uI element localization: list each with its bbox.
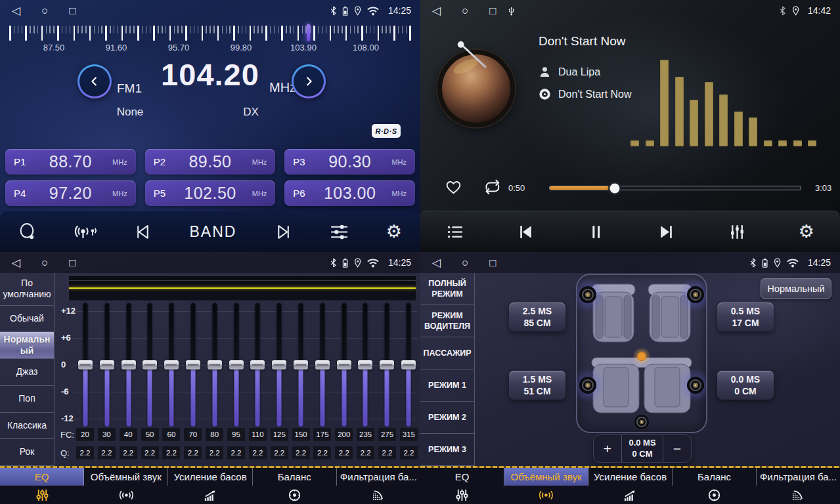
pause-icon[interactable] (586, 222, 606, 242)
tab-balance[interactable]: Баланс (673, 468, 757, 486)
eq-preset-item[interactable]: Обычай (0, 306, 54, 333)
eq-band-slider[interactable] (184, 303, 202, 427)
progress-knob[interactable] (610, 183, 620, 193)
slider-handle[interactable] (143, 360, 157, 369)
tab-surround-sound[interactable]: Объёмный звук (84, 468, 168, 486)
front-left-delay-button[interactable]: 2.5 MS 85 CM (509, 303, 565, 331)
eq-preset-item[interactable]: Классика (0, 413, 54, 440)
equalizer-settings-icon[interactable] (727, 222, 747, 242)
surround-sound-icon[interactable] (504, 486, 588, 504)
slider-handle[interactable] (78, 360, 93, 369)
tab-eq-sliders[interactable]: EQ (0, 468, 84, 486)
home-icon[interactable]: ○ (41, 257, 48, 268)
eq-band-slider[interactable] (378, 303, 396, 427)
tab-eq-sliders[interactable]: EQ (420, 468, 504, 486)
eq-band-slider[interactable] (313, 303, 332, 427)
next-track-icon[interactable] (273, 222, 292, 242)
home-icon[interactable]: ○ (462, 5, 468, 16)
preset-button-p6[interactable]: P6103.00MHz (284, 180, 415, 206)
slider-handle[interactable] (401, 360, 416, 369)
sound-profile-button[interactable]: Нормальный (761, 278, 831, 299)
slider-handle[interactable] (294, 360, 308, 369)
band-button[interactable]: BAND (189, 223, 236, 241)
prev-track-icon[interactable] (516, 222, 535, 242)
eq-band-slider[interactable] (76, 303, 95, 427)
subwoofer-filter-icon[interactable] (756, 486, 840, 504)
tab-balance[interactable]: Баланс (253, 468, 337, 486)
slider-handle[interactable] (337, 360, 351, 369)
eq-preset-item[interactable]: Поп (0, 386, 54, 413)
back-icon[interactable]: ◁ (432, 257, 441, 268)
eq-band-slider[interactable] (356, 303, 374, 427)
broadcast-scan-icon[interactable] (74, 222, 97, 242)
soundfield-mode-item[interactable]: РЕЖИМ 1 (420, 369, 474, 402)
slider-handle[interactable] (229, 360, 244, 369)
slider-handle[interactable] (380, 360, 394, 369)
eq-sliders-icon[interactable] (0, 486, 84, 504)
eq-band-slider[interactable] (227, 303, 246, 427)
preset-button-p4[interactable]: P497.20MHz (5, 180, 136, 206)
eq-preset-item[interactable]: Рок (0, 439, 54, 466)
slider-handle[interactable] (358, 360, 372, 369)
subwoofer-filter-icon[interactable] (336, 486, 420, 504)
slider-handle[interactable] (208, 360, 222, 369)
eq-band-slider[interactable] (141, 303, 159, 427)
soundfield-mode-item[interactable]: ПОЛНЫЙ РЕЖИМ (420, 273, 474, 305)
eq-preset-item[interactable]: По умолчанию (0, 273, 54, 306)
rear-right-delay-button[interactable]: 0.0 MS 0 CM (717, 371, 774, 400)
slider-handle[interactable] (164, 360, 179, 369)
tab-bass-boost[interactable]: Усиление басов (588, 468, 673, 486)
next-station-button[interactable] (292, 64, 326, 98)
tab-surround-sound[interactable]: Объёмный звук (504, 468, 588, 486)
decrease-delay-button[interactable]: − (663, 435, 691, 462)
eq-sliders-icon[interactable] (420, 486, 504, 504)
preset-button-p2[interactable]: P289.50MHz (145, 149, 276, 175)
repeat-icon[interactable] (483, 178, 502, 196)
balance-icon[interactable] (252, 486, 336, 504)
frequency-scale[interactable]: 87.5091.6095.7099.80103.90108.00 (0, 22, 420, 54)
home-icon[interactable]: ○ (41, 5, 48, 16)
favorite-heart-icon[interactable] (444, 178, 463, 196)
rear-left-delay-button[interactable]: 1.5 MS 51 CM (509, 371, 565, 400)
preset-button-p3[interactable]: P390.30MHz (284, 149, 415, 175)
balance-icon[interactable] (672, 486, 756, 504)
tab-bass-boost[interactable]: Усиление басов (168, 468, 252, 486)
next-track-icon[interactable] (657, 222, 676, 242)
slider-handle[interactable] (186, 360, 200, 369)
soundfield-mode-item[interactable]: РЕЖИМ 2 (420, 402, 474, 434)
eq-band-slider[interactable] (162, 303, 181, 427)
eq-band-slider[interactable] (248, 303, 267, 427)
eq-band-slider[interactable] (98, 303, 116, 427)
eq-band-slider[interactable] (399, 303, 418, 427)
slider-handle[interactable] (250, 360, 265, 369)
eq-band-slider[interactable] (120, 303, 138, 427)
tab-subwoofer-filter[interactable]: Фильтрация ба... (757, 468, 840, 486)
preset-button-p5[interactable]: P5102.50MHz (145, 180, 276, 206)
slider-handle[interactable] (315, 360, 330, 369)
tab-subwoofer-filter[interactable]: Фильтрация ба... (337, 468, 420, 486)
recents-icon[interactable]: □ (489, 5, 496, 16)
seek-mode[interactable]: DX (231, 106, 271, 119)
settings-gear-icon[interactable]: ⚙ (386, 223, 402, 241)
recents-icon[interactable]: □ (489, 257, 496, 268)
eq-band-slider[interactable] (335, 303, 353, 427)
eq-band-slider[interactable] (206, 303, 224, 427)
progress-bar[interactable] (549, 186, 801, 190)
soundfield-mode-item[interactable]: РЕЖИМ ВОДИТЕЛЯ (420, 305, 474, 337)
eq-preset-item[interactable]: Джаз (0, 359, 54, 386)
increase-delay-button[interactable]: + (594, 435, 621, 462)
eq-preset-item[interactable]: Нормальный (0, 332, 54, 359)
soundfield-mode-item[interactable]: ПАССАЖИР (420, 337, 474, 369)
home-icon[interactable]: ○ (462, 257, 468, 268)
front-right-delay-button[interactable]: 0.5 MS 17 CM (717, 303, 774, 331)
tune-search-icon[interactable] (18, 222, 37, 242)
equalizer-settings-icon[interactable] (329, 222, 349, 242)
prev-track-icon[interactable] (134, 222, 153, 242)
bass-boost-icon[interactable] (588, 486, 673, 504)
recents-icon[interactable]: □ (69, 5, 76, 16)
recents-icon[interactable]: □ (69, 257, 76, 268)
back-icon[interactable]: ◁ (432, 5, 441, 16)
back-icon[interactable]: ◁ (12, 5, 20, 16)
eq-band-slider[interactable] (292, 303, 310, 427)
settings-gear-icon[interactable]: ⚙ (799, 223, 814, 241)
